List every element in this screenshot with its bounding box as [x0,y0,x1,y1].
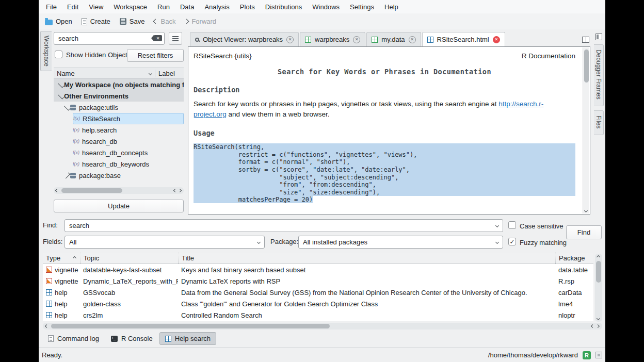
close-icon[interactable] [493,36,500,43]
help-view[interactable]: RSiteSearch {utils} R Documentation Sear… [188,46,590,215]
usage-code-block[interactable]: RSiteSearch(string, restrict = c("functi… [194,143,575,204]
command-log-icon [48,335,54,342]
object-tree: My Workspace (no objects matching filter… [54,79,184,181]
menu-data[interactable]: Data [175,1,199,13]
scroll-up-icon[interactable] [597,255,600,259]
workspace-dock-tab[interactable]: Workspace [40,31,52,71]
scroll-right-icon[interactable] [178,189,182,192]
tab-rsitesearch-html[interactable]: RSiteSearch.html [422,32,505,46]
column-header-type[interactable]: Type [43,253,80,264]
results-horizontal-scrollbar[interactable] [43,323,602,330]
result-row[interactable]: vignette Dynamic_LaTeX_reports_with_RSP … [43,275,593,287]
result-topic: datatable-keys-fast-subset [80,266,178,274]
result-row[interactable]: vignette datatable-keys-fast-subset Keys… [43,264,593,275]
object-search-input[interactable] [54,32,165,45]
update-button[interactable]: Update [54,200,184,212]
show-hidden-checkbox[interactable] [55,51,62,58]
clear-search-icon[interactable] [154,35,162,41]
scrollbar-thumb[interactable] [61,188,122,193]
chevron-down-icon[interactable] [58,81,64,88]
menu-workspace[interactable]: Workspace [108,1,152,13]
fields-value: All [69,238,76,246]
tab-object-viewer-warpbreaks[interactable]: Object Viewer: warpbreaks [190,32,299,46]
result-row[interactable]: help crs2lm Controlled Random Search nlo… [43,309,593,321]
tab-r-console[interactable]: R Console [106,332,158,345]
tree-item-hsearch-db-concepts[interactable]: f(x) hsearch_db_concepts [54,147,184,158]
document-area: Object Viewer: warpbreaks warpbreaks my.… [187,29,591,216]
tab-help-search[interactable]: Help search [159,332,216,345]
open-label: Open [56,18,72,25]
menu-file[interactable]: File [41,1,62,13]
tree-item-rsitesearch[interactable]: f(x) RSiteSearch [54,113,184,124]
results-vertical-scrollbar[interactable] [595,254,602,322]
scroll-left-icon[interactable] [55,189,59,192]
column-header-title[interactable]: Title [178,253,555,264]
name-column-header[interactable]: Name [54,70,155,77]
case-sensitive-checkbox[interactable] [508,221,516,229]
tree-item-hsearch-db-keywords[interactable]: f(x) hsearch_db_keywords [54,158,184,170]
close-icon[interactable] [353,36,360,43]
close-icon[interactable] [286,36,294,43]
chevron-down-icon[interactable] [58,93,64,99]
result-row[interactable]: help golden-class Class '"golden"' and G… [43,298,593,309]
menu-run[interactable]: Run [152,1,175,13]
tree-horizontal-scrollbar[interactable] [54,187,184,194]
scrollbar-thumb[interactable] [596,261,601,283]
tree-item-package-base[interactable]: package:base [54,170,184,181]
package-combobox[interactable]: All installed packages [298,236,503,249]
scroll-right-icon[interactable] [596,324,600,328]
scrollbar-thumb[interactable] [51,324,330,328]
menu-analysis[interactable]: Analysis [199,1,234,13]
scroll-left-icon[interactable] [173,189,177,192]
menu-plots[interactable]: Plots [235,1,260,13]
dock-panel-icon[interactable] [595,34,602,40]
tree-item-hsearch-db[interactable]: f(x) hsearch_db [54,136,184,147]
menu-help[interactable]: Help [379,1,404,13]
scroll-left-icon[interactable] [591,324,594,328]
label-column-header[interactable]: Label [155,70,184,77]
results-table: Type Topic Title Package vignette datata… [43,253,593,321]
find-button[interactable]: Find [566,225,602,239]
tree-item-package-utils[interactable]: package:utils [54,102,184,113]
result-type: vignette [55,266,78,274]
open-button[interactable]: Open [45,18,72,25]
fuzzy-matching-checkbox[interactable] [508,238,516,245]
column-header-package[interactable]: Package [555,253,593,264]
tab-command-log[interactable]: Command log [43,332,104,345]
close-icon[interactable] [409,36,416,43]
forward-button[interactable]: Forward [185,18,216,25]
menu-view[interactable]: View [84,1,108,13]
back-button[interactable]: Back [154,18,175,25]
tree-item-other-environments[interactable]: Other Environments [54,90,184,102]
filter-options-button[interactable] [169,32,182,45]
scroll-left-icon[interactable] [45,324,49,328]
chevron-right-icon[interactable] [64,172,70,178]
fields-combobox[interactable]: All [65,236,265,249]
reset-filters-button[interactable]: Reset filters [127,49,184,62]
scrollbar-thumb[interactable] [584,50,589,83]
tree-item-my-workspace[interactable]: My Workspace (no objects matching filter [54,79,184,90]
menu-edit[interactable]: Edit [62,1,84,13]
tab-my-data[interactable]: my.data [366,32,421,46]
function-icon: f(x) [73,139,82,144]
save-button[interactable]: Save [120,18,145,25]
result-row[interactable]: help GSSvocab Data from the General Soci… [43,287,593,298]
debugger-frames-dock-tab[interactable]: Debugger Frames [594,44,604,106]
scroll-down-icon[interactable] [597,317,600,320]
find-combobox[interactable]: search [65,219,503,232]
column-header-topic[interactable]: Topic [80,253,178,264]
create-button[interactable]: Create [82,18,110,25]
menu-windows[interactable]: Windows [307,1,345,13]
tree-item-help-search[interactable]: f(x) help.search [54,124,184,136]
chevron-down-icon[interactable] [64,104,70,110]
menu-distributions[interactable]: Distributions [260,1,308,13]
split-view-icon[interactable] [582,37,589,43]
help-vertical-scrollbar[interactable] [583,47,589,213]
object-search [54,32,165,45]
menu-settings[interactable]: Settings [345,1,379,13]
code-line: "from", "from:descending", [194,181,575,189]
scroll-down-icon[interactable] [584,209,588,212]
tab-warpbreaks[interactable]: warpbreaks [300,32,365,46]
files-dock-tab[interactable]: Files [594,110,604,135]
rkward-window: File Edit View Workspace Run Data Analys… [39,0,605,362]
